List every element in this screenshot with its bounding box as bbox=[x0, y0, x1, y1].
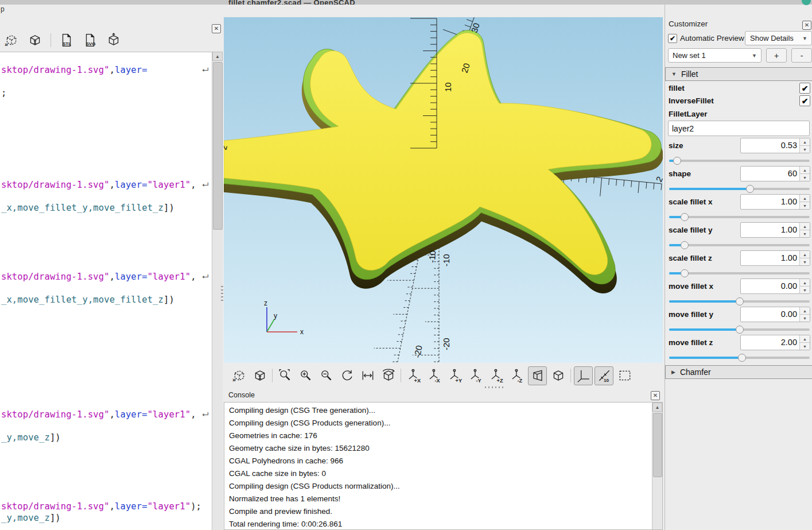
slider-thumb[interactable] bbox=[681, 213, 689, 221]
orthographic-button[interactable] bbox=[549, 366, 568, 385]
scroll-up-icon[interactable]: ▲ bbox=[212, 52, 223, 61]
console-close-button[interactable]: ✕ bbox=[651, 391, 660, 400]
console-scrollbar[interactable]: ▲ bbox=[652, 403, 662, 529]
export-svg-button[interactable]: SVG bbox=[81, 31, 99, 49]
spin-down-icon[interactable]: ▼ bbox=[800, 174, 810, 181]
param-label-move-fillet-y: move fillet y bbox=[669, 310, 713, 319]
spin-up-icon[interactable]: ▲ bbox=[800, 279, 810, 287]
remove-set-button[interactable]: - bbox=[791, 48, 812, 63]
view-left-button[interactable]: -X bbox=[425, 366, 444, 385]
console-title: Console bbox=[228, 391, 255, 399]
spin-down-icon[interactable]: ▼ bbox=[800, 258, 810, 265]
param-slider-move-fillet-y[interactable] bbox=[669, 326, 810, 334]
parameter-set-combo[interactable]: New set 1 ▼ bbox=[668, 48, 762, 63]
show-axes-button[interactable] bbox=[574, 366, 593, 385]
send-to-printer-button[interactable] bbox=[104, 31, 123, 49]
show-scale-markers-button[interactable]: 10 bbox=[595, 366, 613, 385]
param-spinbox-size[interactable]: 0.53▲▼ bbox=[740, 138, 810, 153]
slider-thumb[interactable] bbox=[681, 269, 689, 277]
chamfer-section-header[interactable]: ▶ Chamfer bbox=[665, 365, 812, 379]
spin-up-icon[interactable]: ▲ bbox=[800, 223, 810, 230]
param-slider-scale-fillet-z[interactable] bbox=[669, 269, 810, 277]
spin-up-icon[interactable]: ▲ bbox=[800, 167, 810, 174]
spin-down-icon[interactable]: ▼ bbox=[800, 287, 810, 293]
svg-text:-Y: -Y bbox=[476, 378, 481, 383]
param-spinbox-scale-fillet-z[interactable]: 1.00▲▼ bbox=[740, 250, 810, 266]
param-spinbox-scale-fillet-x[interactable]: 1.00▲▼ bbox=[740, 194, 810, 210]
slider-thumb[interactable] bbox=[673, 157, 681, 165]
view-all-region-button[interactable] bbox=[615, 366, 634, 385]
slider-thumb[interactable] bbox=[736, 297, 744, 305]
param-slider-scale-fillet-y[interactable] bbox=[669, 241, 810, 249]
spin-down-icon[interactable]: ▼ bbox=[800, 315, 810, 322]
view-back-button[interactable]: +Y bbox=[445, 366, 464, 385]
param-slider-size[interactable] bbox=[669, 157, 810, 165]
z-axis-tick-label: 10 bbox=[443, 82, 453, 92]
customizer-title: Customizer bbox=[669, 20, 708, 28]
fillet-section-label: Fillet bbox=[681, 69, 698, 79]
zoom-to-fit-button[interactable] bbox=[275, 366, 294, 385]
svg-text:SVG: SVG bbox=[86, 41, 95, 47]
slider-thumb[interactable] bbox=[738, 354, 746, 362]
param-spinbox-scale-fillet-y[interactable]: 1.00▲▼ bbox=[740, 222, 810, 238]
param-spinbox-move-fillet-z[interactable]: 2.00▲▼ bbox=[740, 335, 810, 350]
slider-thumb[interactable] bbox=[681, 241, 689, 249]
console-splitter-handle[interactable] bbox=[485, 386, 504, 388]
add-set-button[interactable]: + bbox=[766, 48, 787, 63]
console-scrollbar-thumb[interactable] bbox=[653, 413, 662, 477]
param-checkbox-fillet[interactable]: ✔ bbox=[799, 83, 809, 92]
zoom-in-button[interactable] bbox=[296, 366, 315, 385]
code-line: ; bbox=[1, 88, 6, 98]
preview-button[interactable]: » bbox=[230, 366, 248, 385]
perspective-button[interactable] bbox=[528, 366, 547, 385]
slider-thumb[interactable] bbox=[746, 185, 754, 193]
svg-text:+Z: +Z bbox=[496, 378, 503, 383]
editor-preview-button[interactable]: » bbox=[2, 31, 21, 49]
param-input-FilletLayer[interactable] bbox=[668, 121, 810, 136]
param-slider-shape[interactable] bbox=[669, 185, 810, 193]
window-titlebar[interactable]: fillet chamfer2.scad — OpenSCAD bbox=[0, 0, 812, 5]
view-front-button[interactable]: -Y bbox=[466, 366, 485, 385]
spin-down-icon[interactable]: ▼ bbox=[800, 230, 810, 237]
param-checkbox-InverseFillet[interactable]: ✔ bbox=[799, 95, 809, 105]
automatic-preview-checkbox[interactable]: ✔ bbox=[668, 34, 677, 43]
spin-up-icon[interactable]: ▲ bbox=[800, 335, 810, 343]
scroll-up-icon[interactable]: ▲ bbox=[652, 403, 662, 412]
console-message: Compiling design (CSG Products generatio… bbox=[224, 417, 643, 430]
zoom-all-button[interactable] bbox=[358, 366, 377, 385]
param-spinbox-move-fillet-x[interactable]: 0.00▲▼ bbox=[740, 278, 810, 294]
editor-scrollbar-thumb[interactable] bbox=[213, 62, 223, 230]
param-spinbox-move-fillet-y[interactable]: 0.00▲▼ bbox=[740, 307, 810, 322]
spin-up-icon[interactable]: ▲ bbox=[800, 138, 810, 146]
console-log[interactable]: Compiling design (CSG Tree generation)..… bbox=[224, 402, 663, 530]
show-details-dropdown[interactable]: Show Details ▼ bbox=[745, 31, 812, 45]
3d-viewport[interactable]: 10 2 10 20 30 -10 -20 -10 -20 2 z y x bbox=[224, 17, 663, 363]
param-slider-move-fillet-x[interactable] bbox=[669, 297, 810, 305]
view-top-button[interactable]: +Z bbox=[487, 366, 506, 385]
slider-thumb[interactable] bbox=[736, 326, 744, 334]
param-spinbox-shape[interactable]: 60▲▼ bbox=[740, 166, 810, 181]
param-label-shape: shape bbox=[669, 169, 691, 178]
spin-down-icon[interactable]: ▼ bbox=[800, 146, 810, 153]
reset-view-button[interactable] bbox=[337, 366, 356, 385]
view-all-button[interactable] bbox=[379, 366, 398, 385]
spin-up-icon[interactable]: ▲ bbox=[800, 307, 810, 315]
export-stl-button[interactable]: STL bbox=[57, 31, 76, 49]
spin-down-icon[interactable]: ▼ bbox=[800, 202, 810, 209]
y-axis-label: y bbox=[274, 312, 277, 320]
spin-up-icon[interactable]: ▲ bbox=[800, 195, 810, 202]
render-button[interactable] bbox=[250, 366, 269, 385]
panel-splitter-handle[interactable] bbox=[221, 286, 223, 301]
spin-down-icon[interactable]: ▼ bbox=[800, 343, 810, 350]
param-slider-scale-fillet-x[interactable] bbox=[669, 213, 810, 221]
fillet-section-header[interactable]: ▼ Fillet bbox=[665, 67, 812, 81]
view-right-button[interactable]: +X bbox=[404, 366, 423, 385]
editor-close-button[interactable]: ✕ bbox=[212, 24, 221, 33]
zoom-out-button[interactable] bbox=[317, 366, 336, 385]
code-editor[interactable]: sktop/drawing-1.svg",layer=⮠;sktop/drawi… bbox=[0, 52, 212, 530]
editor-render-button[interactable] bbox=[26, 31, 44, 49]
spin-up-icon[interactable]: ▲ bbox=[800, 251, 810, 258]
view-bottom-button[interactable]: -Z bbox=[507, 366, 526, 385]
customizer-close-button[interactable]: ✕ bbox=[802, 21, 811, 30]
param-slider-move-fillet-z[interactable] bbox=[669, 354, 810, 362]
